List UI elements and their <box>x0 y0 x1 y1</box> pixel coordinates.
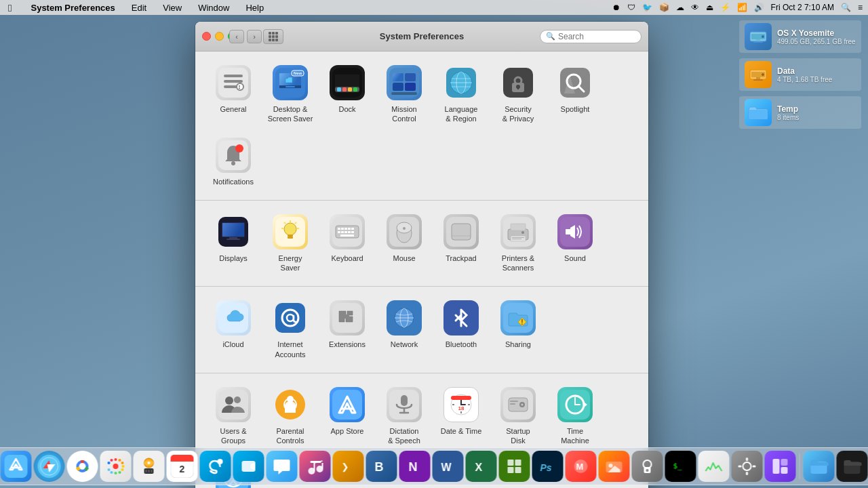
pref-mission[interactable]: MissionControl <box>377 60 431 129</box>
svg-point-65 <box>235 144 243 152</box>
dock-photos2[interactable] <box>599 451 630 482</box>
dock-excel[interactable]: X <box>466 451 497 482</box>
svg-point-193 <box>111 471 113 474</box>
svg-rect-103 <box>511 224 526 230</box>
pref-energy[interactable]: EnergySaver <box>263 209 317 279</box>
dock-sysprefs[interactable] <box>732 451 763 482</box>
dock-bbedit[interactable]: B <box>366 451 397 482</box>
dictation-label: Dictation& Speech <box>388 426 420 446</box>
forward-button[interactable]: › <box>247 30 262 43</box>
pref-timemachine[interactable]: TimeMachine <box>548 382 602 451</box>
dock-activitymonitor[interactable] <box>698 451 730 482</box>
menubar-list-icon[interactable]: ≡ <box>858 3 863 12</box>
dock-safari[interactable] <box>34 451 65 482</box>
yosemite-drive-icon <box>745 23 772 50</box>
pref-trackpad[interactable]: Trackpad <box>434 209 488 279</box>
pref-users[interactable]: Users &Groups <box>206 382 260 451</box>
dock-dark[interactable] <box>837 451 868 482</box>
desktop-icon-data[interactable]: Data 4 TB, 1.68 TB free <box>739 58 861 91</box>
sound-label: Sound <box>564 253 586 263</box>
data-label: Data <box>777 66 832 76</box>
pref-parental[interactable]: ParentalControls <box>263 382 317 451</box>
pref-mouse[interactable]: Mouse <box>377 209 431 279</box>
pref-printers[interactable]: Printers &Scanners <box>491 209 545 279</box>
extensions-label: Extensions <box>329 340 366 349</box>
svg-rect-44 <box>393 73 403 81</box>
back-button[interactable]: ‹ <box>229 30 244 43</box>
dock-skype2[interactable] <box>233 451 264 482</box>
bluetooth-icon <box>443 300 479 336</box>
desktop-icons-container: OS X Yosemite 499.05 GB, 265.1 GB free D… <box>739 20 861 129</box>
dock-skype1[interactable] <box>200 451 231 482</box>
dock-mc[interactable]: M <box>566 451 597 482</box>
dock-1password[interactable] <box>632 451 663 482</box>
desktop-icon-yosemite[interactable]: OS X Yosemite 499.05 GB, 265.1 GB free <box>739 20 861 53</box>
pref-keyboard[interactable]: Keyboard <box>320 209 374 279</box>
pref-notifications[interactable]: Notifications <box>206 132 260 192</box>
svg-rect-45 <box>405 73 416 81</box>
pref-startup[interactable]: StartupDisk <box>491 382 545 451</box>
svg-text:W: W <box>441 462 452 473</box>
dock-itunes[interactable] <box>300 451 331 482</box>
svg-rect-47 <box>405 83 416 91</box>
menubar-search-icon[interactable]: 🔍 <box>841 3 851 12</box>
pref-displays[interactable]: Displays <box>206 209 260 279</box>
search-icon: 🔍 <box>546 32 555 41</box>
pref-datetime[interactable]: 18 Date & Time <box>434 382 488 451</box>
menu-window[interactable]: Window <box>195 1 232 14</box>
svg-point-125 <box>234 396 241 403</box>
svg-rect-24 <box>239 85 240 87</box>
dock-appstore[interactable] <box>1 451 32 482</box>
pref-icloud[interactable]: iCloud <box>206 295 260 365</box>
menu-help[interactable]: Help <box>243 1 267 14</box>
mouse-icon <box>387 214 422 249</box>
menubar-datetime[interactable]: Fri Oct 2 7:10 AM <box>771 3 834 12</box>
dock-photoshop[interactable]: Ps <box>532 451 564 482</box>
users-icon <box>216 387 251 422</box>
dock-word[interactable]: W <box>433 451 464 482</box>
pref-dictation[interactable]: Dictation& Speech <box>377 382 431 451</box>
pref-sharing[interactable]: ! Sharing <box>491 295 545 365</box>
dock-finder2[interactable] <box>804 451 835 482</box>
dock-onenote[interactable]: N <box>399 451 431 482</box>
search-input[interactable] <box>558 32 633 41</box>
dock-numbers[interactable] <box>499 451 530 482</box>
pref-appstore[interactable]: App Store <box>320 382 374 451</box>
pref-spotlight[interactable]: Spotlight <box>548 60 602 129</box>
grid-button[interactable] <box>263 29 283 44</box>
search-box[interactable]: 🔍 <box>540 30 642 43</box>
pref-desktop[interactable]: New Desktop &Screen Saver <box>263 60 317 129</box>
dock-calendar[interactable]: 2 <box>167 451 198 482</box>
minimize-button[interactable] <box>215 32 224 41</box>
pref-general[interactable]: General <box>206 60 260 129</box>
pref-dock[interactable]: Dock <box>320 60 374 129</box>
pref-network[interactable]: Network <box>377 295 431 365</box>
pref-internet-accounts[interactable]: InternetAccounts <box>263 295 317 365</box>
svg-rect-235 <box>746 472 748 475</box>
apple-menu[interactable]:  <box>5 1 14 15</box>
desktop-icon-temp[interactable]: Temp 8 items <box>739 96 861 129</box>
menu-view[interactable]: View <box>160 1 184 14</box>
svg-point-147 <box>521 404 524 406</box>
pref-language[interactable]: Language& Region <box>434 60 488 129</box>
pref-security[interactable]: Security& Privacy <box>491 60 545 129</box>
svg-rect-25 <box>239 87 240 89</box>
svg-point-189 <box>111 459 113 462</box>
pref-extensions[interactable]: Extensions <box>320 295 374 365</box>
menu-edit[interactable]: Edit <box>129 1 149 14</box>
menubar-cloud-icon: ☁ <box>676 3 684 12</box>
dock-messages[interactable] <box>267 451 298 482</box>
dock-label: Dock <box>338 104 355 114</box>
dock-virtualbox[interactable] <box>134 451 165 482</box>
pref-sound[interactable]: Sound <box>548 209 602 279</box>
dock-photos[interactable] <box>100 451 132 482</box>
close-button[interactable] <box>202 32 211 41</box>
menubar-flux-icon: ⚡ <box>720 3 730 12</box>
dock-prompt[interactable]: ❯ <box>333 451 364 482</box>
app-name[interactable]: System Preferences <box>28 1 117 14</box>
pref-bluetooth[interactable]: Bluetooth <box>434 295 488 365</box>
svg-text:2: 2 <box>180 464 185 474</box>
dock-chrome[interactable] <box>67 451 98 482</box>
dock-moom[interactable] <box>765 451 796 482</box>
dock-terminal[interactable]: $_ <box>665 451 696 482</box>
